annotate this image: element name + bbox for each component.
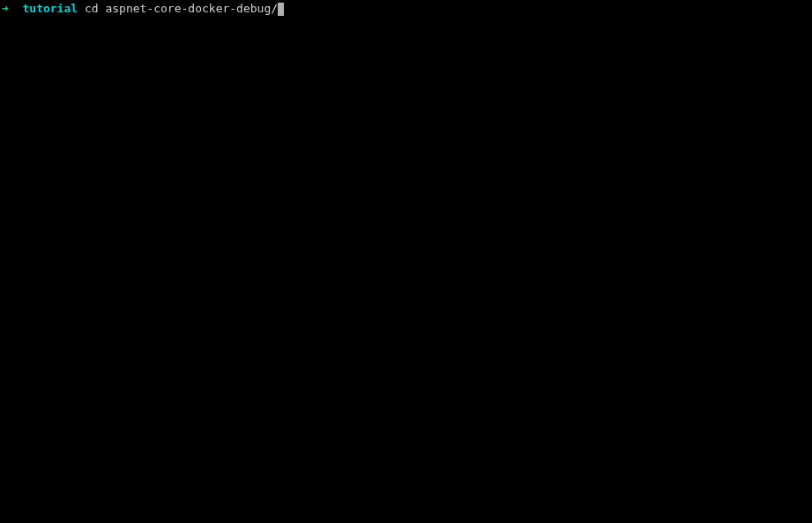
prompt-context: tutorial (22, 2, 78, 17)
terminal-prompt-line[interactable]: ➜ tutorial cd aspnet-core-docker-debug/ (2, 2, 810, 17)
prompt-arrow-icon: ➜ (2, 2, 9, 17)
command-input[interactable]: cd aspnet-core-docker-debug/ (85, 2, 278, 17)
cursor-icon (278, 3, 284, 16)
